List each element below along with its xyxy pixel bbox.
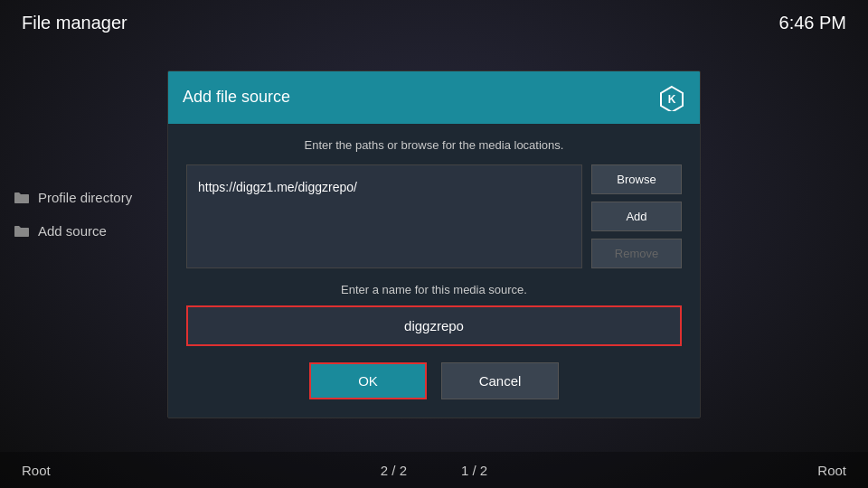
dialog-actions: OK Cancel bbox=[186, 362, 682, 403]
url-item: https://diggz1.me/diggzrepo/ bbox=[198, 176, 571, 198]
url-list: https://diggz1.me/diggzrepo/ bbox=[186, 164, 582, 268]
kodi-logo-icon: K bbox=[658, 84, 685, 111]
remove-button[interactable]: Remove bbox=[591, 239, 682, 268]
dialog: Add file source K Enter the paths or bro… bbox=[167, 70, 701, 418]
add-button[interactable]: Add bbox=[591, 202, 682, 231]
name-input-wrapper bbox=[186, 305, 682, 346]
ok-button[interactable]: OK bbox=[309, 362, 427, 399]
name-label: Enter a name for this media source. bbox=[186, 283, 682, 296]
url-buttons: Browse Add Remove bbox=[591, 164, 682, 268]
url-section: https://diggz1.me/diggzrepo/ Browse Add … bbox=[186, 164, 682, 268]
dialog-header: Add file source K bbox=[168, 71, 700, 124]
dialog-subtitle: Enter the paths or browse for the media … bbox=[186, 138, 682, 152]
svg-text:K: K bbox=[668, 93, 676, 106]
browse-button[interactable]: Browse bbox=[591, 164, 682, 194]
dialog-body: Enter the paths or browse for the media … bbox=[168, 124, 700, 418]
dialog-title: Add file source bbox=[183, 88, 290, 107]
modal-overlay: Add file source K Enter the paths or bro… bbox=[0, 0, 868, 488]
name-input[interactable] bbox=[188, 307, 680, 344]
cancel-button[interactable]: Cancel bbox=[441, 362, 559, 399]
